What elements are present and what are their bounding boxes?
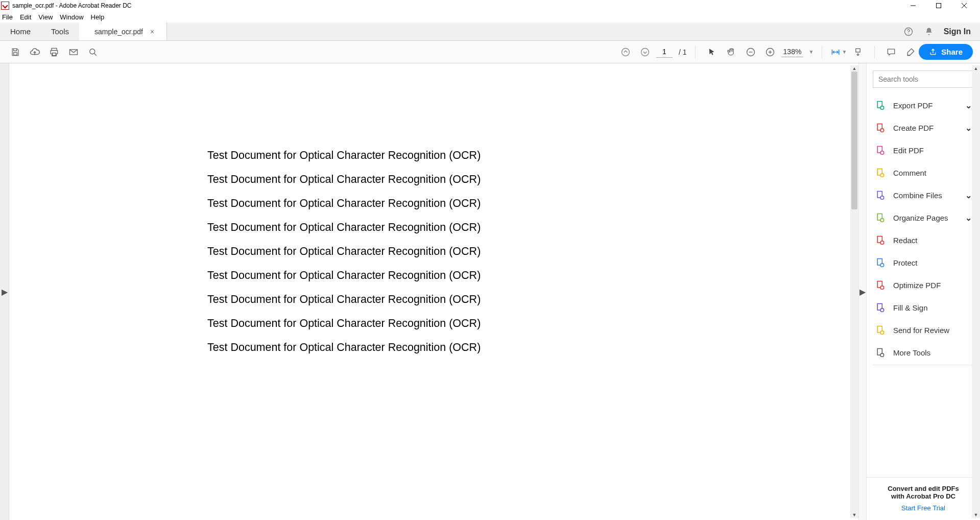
tool-more-tools[interactable]: More Tools	[867, 341, 980, 364]
tools-search	[873, 70, 974, 88]
scroll-up-icon[interactable]: ▲	[972, 65, 980, 72]
menu-view[interactable]: View	[38, 13, 53, 21]
zoom-in-icon[interactable]	[762, 44, 778, 60]
close-button[interactable]	[955, 0, 973, 11]
tab-home[interactable]: Home	[0, 22, 41, 40]
svg-point-39	[880, 309, 884, 312]
hand-icon[interactable]	[723, 44, 739, 60]
menu-file[interactable]: File	[2, 13, 13, 21]
toolbar: / 1 138% ▼ ▼ Share	[0, 41, 980, 63]
chevron-down-icon[interactable]: ⌄	[965, 101, 972, 110]
bell-icon[interactable]	[923, 26, 935, 37]
doc-scrollbar[interactable]: ▲ ▼	[850, 65, 858, 518]
scroll-up-icon[interactable]: ▲	[850, 65, 858, 72]
fit-width-icon[interactable]: ▼	[830, 44, 847, 60]
svg-point-13	[641, 48, 649, 56]
tool-organize-pages[interactable]: Organize Pages⌄	[867, 206, 980, 229]
svg-rect-8	[53, 53, 56, 55]
tab-document-label: sample_ocr.pdf	[94, 28, 143, 36]
doc-line: Test Document for Optical Character Reco…	[207, 317, 846, 330]
svg-point-23	[880, 129, 884, 132]
chevron-down-icon[interactable]: ⌄	[965, 123, 972, 133]
tool-label: Send for Review	[893, 326, 949, 335]
svg-point-10	[90, 49, 95, 54]
save-icon[interactable]	[7, 44, 23, 60]
minimize-button[interactable]	[904, 0, 922, 11]
share-button[interactable]: Share	[919, 44, 973, 60]
footer-line2: with Acrobat Pro DC	[872, 492, 975, 500]
comment-icon[interactable]	[883, 44, 899, 60]
doc-line: Test Document for Optical Character Reco…	[207, 197, 846, 210]
tool-icon	[875, 324, 886, 336]
svg-point-5	[908, 33, 909, 34]
cloud-icon[interactable]	[27, 44, 43, 60]
tab-close-icon[interactable]: ×	[150, 28, 154, 36]
mail-icon[interactable]	[65, 44, 82, 60]
left-panel-toggle[interactable]: ▶	[0, 63, 9, 520]
help-icon[interactable]	[903, 26, 914, 37]
tool-label: Organize Pages	[893, 214, 948, 222]
zoom-dropdown-icon[interactable]: ▼	[808, 49, 814, 55]
menu-bar: File Edit View Window Help	[0, 11, 980, 22]
tool-optimize-pdf[interactable]: Optimize PDF	[867, 274, 980, 296]
tool-icon	[875, 190, 886, 201]
pdf-page: Test Document for Optical Character Reco…	[13, 67, 846, 516]
print-icon[interactable]	[46, 44, 62, 60]
page-down-icon[interactable]	[637, 44, 653, 60]
scroll-down-icon[interactable]: ▼	[972, 512, 980, 518]
search-input[interactable]	[873, 70, 974, 88]
svg-point-37	[880, 286, 884, 290]
tab-bar: Home Tools sample_ocr.pdf × Sign In	[0, 22, 980, 41]
tool-label: Protect	[893, 258, 918, 267]
tab-document[interactable]: sample_ocr.pdf ×	[79, 22, 167, 40]
scroll-down-icon[interactable]: ▼	[850, 512, 858, 518]
menu-help[interactable]: Help	[91, 13, 105, 21]
svg-point-35	[880, 264, 884, 267]
doc-line: Test Document for Optical Character Reco…	[207, 341, 846, 354]
tool-combine-files[interactable]: Combine Files⌄	[867, 184, 980, 206]
maximize-button[interactable]	[930, 0, 947, 11]
panel-scrollbar[interactable]: ▲ ▼	[972, 65, 980, 518]
tool-icon	[875, 347, 886, 358]
sign-in-link[interactable]: Sign In	[944, 27, 971, 36]
chevron-down-icon[interactable]: ⌄	[965, 191, 972, 200]
tool-protect[interactable]: Protect	[867, 251, 980, 274]
svg-rect-19	[856, 49, 860, 52]
tool-label: Combine Files	[893, 191, 942, 200]
tool-create-pdf[interactable]: Create PDF⌄	[867, 116, 980, 139]
document-viewport[interactable]: Test Document for Optical Character Reco…	[9, 63, 858, 520]
tool-edit-pdf[interactable]: Edit PDF	[867, 139, 980, 161]
tools-panel: Export PDF⌄Create PDF⌄Edit PDFCommentCom…	[867, 63, 980, 520]
zoom-out-icon[interactable]	[743, 44, 759, 60]
doc-line: Test Document for Optical Character Reco…	[207, 149, 846, 162]
chevron-down-icon[interactable]: ⌄	[965, 213, 972, 223]
page-up-icon[interactable]	[617, 44, 634, 60]
svg-point-43	[880, 353, 884, 357]
app-icon	[1, 2, 9, 10]
tool-label: Create PDF	[893, 124, 934, 132]
right-panel-toggle[interactable]: ▶	[858, 63, 867, 520]
tool-icon	[875, 302, 886, 313]
zoom-value[interactable]: 138%	[781, 46, 804, 57]
tool-icon	[875, 212, 886, 223]
menu-window[interactable]: Window	[60, 13, 83, 21]
tool-label: Redact	[893, 236, 918, 245]
search-icon[interactable]	[85, 44, 101, 60]
tool-label: Comment	[893, 169, 926, 177]
svg-rect-1	[937, 4, 941, 8]
start-trial-link[interactable]: Start Free Trial	[872, 504, 975, 512]
menu-edit[interactable]: Edit	[20, 13, 31, 21]
page-number-input[interactable]	[656, 46, 673, 58]
tool-fill-sign[interactable]: Fill & Sign	[867, 296, 980, 319]
page-scroll-icon[interactable]	[850, 44, 866, 60]
tool-comment[interactable]: Comment	[867, 161, 980, 184]
svg-point-21	[880, 106, 884, 110]
tool-send-for-review[interactable]: Send for Review	[867, 319, 980, 341]
pointer-icon[interactable]	[704, 44, 720, 60]
scrollbar-thumb[interactable]	[851, 72, 857, 209]
tool-export-pdf[interactable]: Export PDF⌄	[867, 94, 980, 116]
tool-redact[interactable]: Redact	[867, 229, 980, 251]
highlight-icon[interactable]	[902, 44, 919, 60]
tool-label: Edit PDF	[893, 146, 924, 155]
tab-tools[interactable]: Tools	[41, 22, 79, 40]
